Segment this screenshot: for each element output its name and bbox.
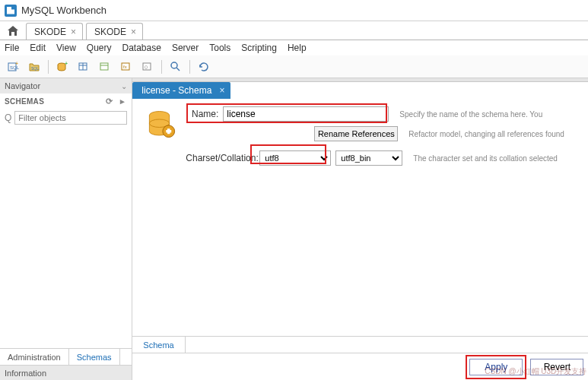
schemas-header: SCHEMAS ⟳ ▸ <box>0 93 132 109</box>
app-logo-icon <box>5 5 17 17</box>
database-icon <box>143 106 181 143</box>
main-split: Navigator ⌄ SCHEMAS ⟳ ▸ Q Administration… <box>0 78 588 380</box>
bottom-schema-tabs: Schema <box>132 336 588 353</box>
svg-text:(): () <box>145 65 148 69</box>
editor-tab-license-schema[interactable]: license - Schema × <box>132 82 230 99</box>
search-glyph-icon: Q <box>5 112 11 123</box>
tab-schemas[interactable]: Schemas <box>69 349 120 365</box>
rename-description: Refactor model, changing all references … <box>408 129 576 139</box>
svg-text:+: + <box>65 61 68 66</box>
menu-tools[interactable]: Tools <box>209 43 230 53</box>
rename-references-button[interactable]: Rename References <box>314 126 398 141</box>
close-icon[interactable]: × <box>219 85 224 96</box>
tab-schema[interactable]: Schema <box>132 337 185 353</box>
create-table-icon[interactable] <box>74 58 94 76</box>
collation-select[interactable]: utf8_bin <box>335 150 402 166</box>
connection-tab-label: SKODE <box>94 27 126 37</box>
information-bar: Information <box>0 365 132 380</box>
tab-administration[interactable]: Administration <box>0 349 69 365</box>
create-procedure-icon[interactable]: fx <box>116 58 136 76</box>
svg-text:SQL: SQL <box>31 66 39 71</box>
app-title: MySQL Workbench <box>21 5 106 16</box>
apply-button[interactable]: Apply <box>469 359 523 375</box>
create-function-icon[interactable]: () <box>138 58 157 76</box>
connection-tab[interactable]: SKODE × <box>26 23 83 40</box>
svg-point-15 <box>171 62 177 68</box>
charset-description: The character set and its collation sele… <box>413 154 580 163</box>
navigator-body <box>0 127 132 348</box>
information-label: Information <box>5 369 46 378</box>
connection-tab-label: SKODE <box>34 27 66 37</box>
navigator-header: Navigator ⌄ <box>0 78 132 93</box>
charset-select[interactable]: utf8 <box>259 150 331 166</box>
refresh-icon[interactable]: ⟳ <box>104 97 114 106</box>
revert-button[interactable]: Revert <box>530 359 583 375</box>
filter-row: Q <box>0 109 132 127</box>
create-schema-icon[interactable]: + <box>52 58 72 76</box>
open-sql-file-icon[interactable]: SQL <box>24 58 44 76</box>
schemas-label: SCHEMAS <box>5 97 44 106</box>
svg-text:+: + <box>15 61 18 66</box>
reconnect-icon[interactable] <box>194 58 214 76</box>
menu-file[interactable]: File <box>5 43 19 53</box>
expand-icon[interactable]: ▸ <box>117 97 127 106</box>
menu-server[interactable]: Server <box>172 43 199 53</box>
home-icon[interactable] <box>3 23 23 40</box>
menu-query[interactable]: Query <box>87 43 112 53</box>
svg-rect-9 <box>100 63 108 70</box>
name-description: Specify the name of the schema here. You <box>399 109 567 119</box>
filter-input[interactable] <box>14 111 127 125</box>
menu-database[interactable]: Database <box>122 43 161 53</box>
action-row: Apply Revert <box>132 353 588 380</box>
toolbar: SQL+ SQL + fx () <box>0 55 588 78</box>
svg-rect-21 <box>167 130 172 133</box>
menu-view[interactable]: View <box>56 43 76 53</box>
editor-tabs: license - Schema × <box>132 82 588 99</box>
svg-text:fx: fx <box>123 65 127 69</box>
create-view-icon[interactable] <box>95 58 115 76</box>
menubar: File Edit View Query Database Server Too… <box>0 40 588 55</box>
editor-tab-label: license - Schema <box>141 85 211 96</box>
name-label: Name: <box>186 109 223 119</box>
chevron-down-icon[interactable]: ⌄ <box>121 82 127 90</box>
schema-form: Name: Specify the name of the schema her… <box>132 99 588 380</box>
schema-name-input[interactable] <box>223 106 389 122</box>
navigator-title: Navigator <box>5 81 40 90</box>
close-icon[interactable]: × <box>71 27 76 37</box>
search-icon[interactable] <box>166 58 186 76</box>
connection-tabs: SKODE × SKODE × <box>0 21 588 40</box>
titlebar: MySQL Workbench <box>0 0 588 21</box>
close-icon[interactable]: × <box>131 27 136 37</box>
editor-area: license - Schema × <box>132 78 588 380</box>
connection-tab[interactable]: SKODE × <box>86 23 143 40</box>
navigator-panel: Navigator ⌄ SCHEMAS ⟳ ▸ Q Administration… <box>0 78 132 380</box>
menu-help[interactable]: Help <box>288 43 307 53</box>
svg-line-16 <box>176 68 180 71</box>
charset-label: Charset/Collation: <box>186 153 259 163</box>
menu-scripting[interactable]: Scripting <box>241 43 277 53</box>
navigator-bottom-tabs: Administration Schemas <box>0 348 132 365</box>
new-sql-tab-icon[interactable]: SQL+ <box>3 58 23 76</box>
menu-edit[interactable]: Edit <box>30 43 46 53</box>
